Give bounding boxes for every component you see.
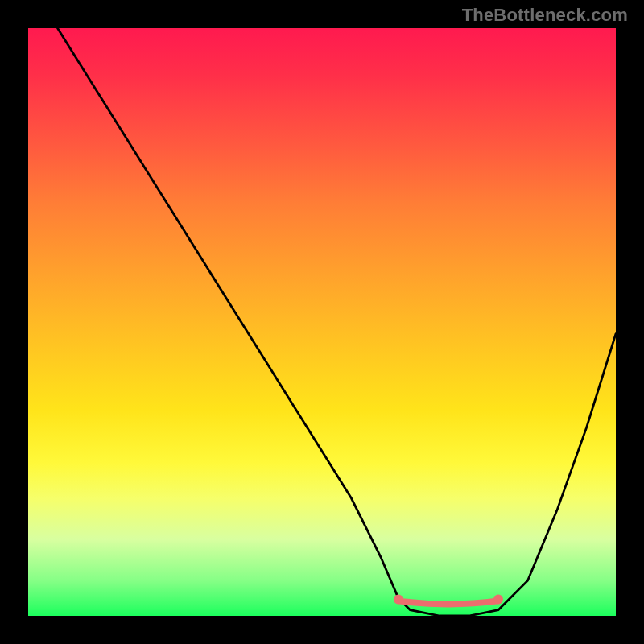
flat-region-dot-right [493,594,503,604]
curve-layer [28,28,616,616]
plot-area [28,28,616,616]
bottleneck-curve-path [58,28,617,616]
watermark-text: TheBottleneck.com [462,5,628,26]
chart-container: TheBottleneck.com [0,0,644,644]
flat-region-marker [398,601,498,604]
flat-region-dot-left [394,594,403,604]
